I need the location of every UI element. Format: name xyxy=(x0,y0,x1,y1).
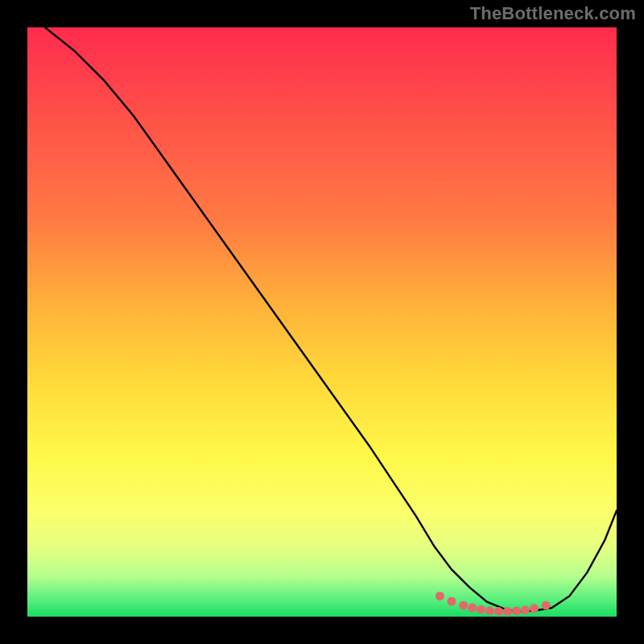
optimal-marker xyxy=(436,592,444,601)
optimal-marker xyxy=(494,607,503,616)
watermark-text: TheBottleneck.com xyxy=(470,3,636,24)
optimal-marker xyxy=(521,605,530,614)
optimal-marker xyxy=(459,601,468,610)
optimal-marker xyxy=(448,597,456,606)
optimal-marker xyxy=(512,607,521,616)
bottleneck-curve xyxy=(45,27,617,611)
optimal-marker xyxy=(485,606,494,615)
optimal-marker xyxy=(477,605,485,614)
optimal-marker xyxy=(503,607,512,616)
curve-layer xyxy=(27,27,617,617)
chart-container: TheBottleneck.com xyxy=(0,0,644,644)
optimal-marker xyxy=(468,604,477,613)
plot-area xyxy=(27,27,617,617)
optimal-marker xyxy=(530,604,539,613)
optimal-marker xyxy=(542,601,551,610)
